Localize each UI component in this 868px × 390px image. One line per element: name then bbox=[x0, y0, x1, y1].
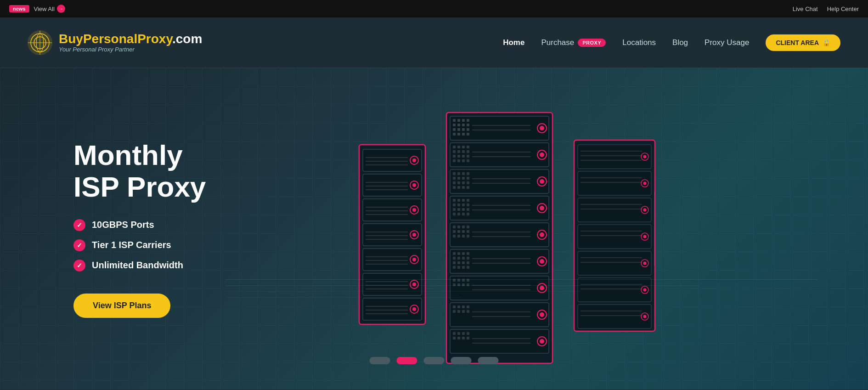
proxy-badge: PROXY bbox=[578, 39, 606, 47]
svg-rect-138 bbox=[467, 252, 469, 255]
svg-rect-132 bbox=[457, 235, 460, 237]
slide-dot-1[interactable] bbox=[370, 357, 390, 364]
svg-rect-98 bbox=[467, 177, 469, 180]
svg-point-23 bbox=[412, 208, 416, 212]
svg-rect-146 bbox=[467, 261, 469, 264]
slide-dot-5[interactable] bbox=[478, 357, 499, 364]
svg-rect-118 bbox=[467, 208, 469, 211]
svg-rect-85 bbox=[462, 155, 465, 158]
logo-area: BuyPersonalProxy.com Your Personal Proxy… bbox=[28, 30, 202, 55]
svg-rect-171 bbox=[453, 337, 456, 339]
svg-rect-143 bbox=[453, 261, 456, 264]
svg-rect-212 bbox=[578, 145, 651, 169]
svg-rect-159 bbox=[453, 305, 456, 308]
svg-rect-67 bbox=[453, 128, 456, 131]
svg-rect-109 bbox=[462, 199, 465, 202]
svg-rect-166 bbox=[467, 310, 469, 313]
hero-title-line1: Monthly bbox=[73, 139, 183, 171]
svg-rect-90 bbox=[467, 159, 469, 162]
svg-rect-145 bbox=[462, 261, 465, 264]
svg-rect-52 bbox=[450, 170, 549, 193]
svg-rect-174 bbox=[467, 337, 469, 339]
svg-rect-99 bbox=[453, 181, 456, 184]
svg-rect-73 bbox=[462, 133, 465, 136]
svg-rect-112 bbox=[457, 203, 460, 206]
svg-rect-142 bbox=[467, 257, 469, 260]
live-chat-link[interactable]: Live Chat bbox=[793, 6, 818, 12]
svg-rect-57 bbox=[450, 303, 549, 327]
feature-label-1: 10GBPS Ports bbox=[92, 220, 154, 230]
server-rack-center bbox=[445, 112, 553, 366]
nav-purchase[interactable]: Purchase bbox=[541, 38, 574, 47]
logo-text: BuyPersonalProxy.com Your Personal Proxy… bbox=[59, 32, 202, 53]
svg-rect-54 bbox=[450, 223, 549, 247]
check-icon-2: ✓ bbox=[73, 239, 85, 251]
svg-rect-80 bbox=[457, 150, 460, 153]
nav-locations[interactable]: Locations bbox=[622, 38, 656, 47]
svg-rect-144 bbox=[457, 261, 460, 264]
svg-rect-110 bbox=[467, 199, 469, 202]
logo-sub: Your Personal Proxy Partner bbox=[59, 46, 202, 53]
svg-rect-169 bbox=[462, 332, 465, 335]
svg-rect-149 bbox=[462, 266, 465, 269]
svg-point-242 bbox=[643, 182, 647, 185]
view-isp-plans-button[interactable]: View ISP Plans bbox=[73, 294, 170, 318]
svg-rect-126 bbox=[467, 226, 469, 228]
svg-rect-94 bbox=[467, 172, 469, 175]
svg-rect-103 bbox=[453, 186, 456, 189]
svg-point-204 bbox=[540, 179, 544, 184]
svg-rect-51 bbox=[450, 143, 549, 167]
help-center-link[interactable]: Help Center bbox=[827, 6, 859, 12]
svg-rect-137 bbox=[462, 252, 465, 255]
nav-blog[interactable]: Blog bbox=[672, 38, 688, 47]
view-all-link[interactable]: View All → bbox=[34, 5, 65, 13]
nav-links: Home Purchase PROXY Locations Blog Proxy… bbox=[503, 34, 840, 51]
svg-rect-140 bbox=[457, 257, 460, 260]
svg-rect-141 bbox=[462, 257, 465, 260]
svg-rect-121 bbox=[462, 213, 465, 215]
client-area-button[interactable]: CLIENT AREA 🔒 bbox=[766, 34, 840, 51]
svg-rect-163 bbox=[453, 310, 456, 313]
svg-rect-124 bbox=[457, 226, 460, 228]
svg-rect-84 bbox=[457, 155, 460, 158]
hero-title: Monthly ISP Proxy bbox=[73, 140, 206, 202]
slide-dot-2[interactable] bbox=[397, 357, 417, 364]
svg-rect-120 bbox=[457, 213, 460, 215]
svg-point-202 bbox=[540, 126, 544, 130]
slide-dot-3[interactable] bbox=[424, 357, 445, 364]
feature-2: ✓ Tier 1 ISP Carriers bbox=[73, 239, 206, 251]
svg-rect-82 bbox=[467, 150, 469, 153]
svg-rect-135 bbox=[453, 252, 456, 255]
svg-rect-161 bbox=[462, 305, 465, 308]
svg-point-243 bbox=[643, 209, 647, 212]
svg-rect-215 bbox=[578, 225, 651, 249]
hero-features: ✓ 10GBPS Ports ✓ Tier 1 ISP Carriers ✓ U… bbox=[73, 219, 206, 271]
svg-rect-50 bbox=[450, 116, 549, 140]
logo-icon bbox=[28, 30, 52, 55]
svg-rect-125 bbox=[462, 226, 465, 228]
svg-rect-72 bbox=[457, 133, 460, 136]
server-rack-right bbox=[573, 139, 656, 334]
svg-rect-108 bbox=[457, 199, 460, 202]
svg-rect-106 bbox=[467, 186, 469, 189]
svg-rect-150 bbox=[467, 266, 469, 269]
svg-rect-66 bbox=[467, 124, 469, 126]
svg-point-205 bbox=[540, 206, 544, 210]
check-icon-3: ✓ bbox=[73, 260, 85, 271]
slide-dot-4[interactable] bbox=[451, 357, 472, 364]
svg-rect-65 bbox=[462, 124, 465, 126]
arrow-icon: → bbox=[57, 5, 65, 13]
nav-home[interactable]: Home bbox=[503, 38, 524, 47]
svg-rect-93 bbox=[462, 172, 465, 175]
svg-rect-164 bbox=[457, 310, 460, 313]
svg-point-207 bbox=[540, 259, 544, 264]
svg-rect-134 bbox=[467, 235, 469, 237]
svg-rect-53 bbox=[450, 196, 549, 220]
svg-rect-148 bbox=[457, 266, 460, 269]
hero-section: Monthly ISP Proxy ✓ 10GBPS Ports ✓ Tier … bbox=[0, 68, 868, 390]
svg-rect-70 bbox=[467, 128, 469, 131]
svg-rect-170 bbox=[467, 332, 469, 335]
nav-proxy-usage[interactable]: Proxy Usage bbox=[705, 38, 749, 47]
svg-rect-62 bbox=[467, 119, 469, 122]
svg-rect-100 bbox=[457, 181, 460, 184]
